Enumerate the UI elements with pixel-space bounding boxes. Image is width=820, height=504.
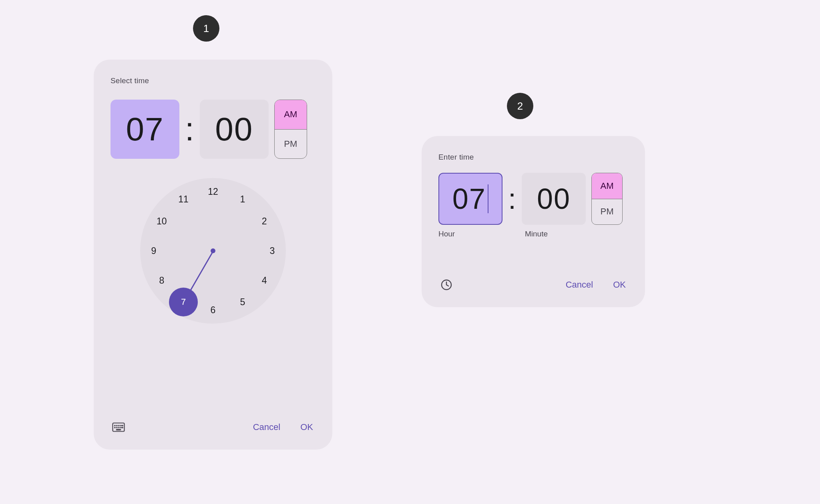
clock-icon <box>440 279 452 291</box>
time-picker-dial-dialog: Select time 07 : 00 AM PM 12123456891011… <box>94 60 332 450</box>
svg-point-5 <box>122 425 123 426</box>
clock-hour-9[interactable]: 9 <box>145 242 163 260</box>
ok-label: OK <box>613 280 626 290</box>
dialog-actions: Cancel OK <box>111 419 316 435</box>
cancel-button[interactable]: Cancel <box>563 277 595 292</box>
annotation-badge-2-label: 2 <box>517 100 523 112</box>
dialog-title: Select time <box>111 76 316 85</box>
clock-hour-10[interactable]: 10 <box>153 212 171 230</box>
svg-rect-11 <box>116 429 121 430</box>
hour-value: 07 <box>126 110 164 148</box>
svg-point-1 <box>115 425 116 426</box>
annotation-badge-1: 1 <box>193 15 219 42</box>
am-option[interactable]: AM <box>592 173 622 199</box>
clock-hour-1[interactable]: 1 <box>234 191 251 208</box>
clock-icon-button[interactable] <box>438 277 454 293</box>
ok-button[interactable]: OK <box>611 277 628 292</box>
cancel-button[interactable]: Cancel <box>251 420 283 435</box>
time-display-row: 07 : 00 AM PM <box>111 100 316 159</box>
annotation-badge-1-label: 1 <box>203 22 209 35</box>
hour-sublabel: Hour <box>438 230 508 238</box>
clock-selection-knob[interactable]: 7 <box>169 288 198 316</box>
minute-display[interactable]: 00 <box>200 100 269 159</box>
hour-display[interactable]: 07 <box>111 100 179 159</box>
svg-point-9 <box>121 427 122 428</box>
svg-point-6 <box>115 427 116 428</box>
time-colon: : <box>185 110 194 148</box>
minute-input-value: 00 <box>537 182 571 215</box>
time-input-row: 07 : 00 AM PM <box>438 173 628 225</box>
dialog-actions: Cancel OK <box>438 277 628 293</box>
ok-label: OK <box>300 422 313 432</box>
dialog-title: Enter time <box>438 153 628 162</box>
pm-label: PM <box>284 139 297 149</box>
ampm-toggle: AM PM <box>591 173 623 225</box>
hour-input[interactable]: 07 <box>438 173 502 225</box>
pm-option[interactable]: PM <box>275 129 307 159</box>
clock-hour-5[interactable]: 5 <box>234 293 251 311</box>
hour-input-value: 07 <box>452 182 486 215</box>
pm-label: PM <box>601 206 614 217</box>
clock-dial[interactable]: 121234568910117 <box>140 178 286 324</box>
svg-point-3 <box>119 425 120 426</box>
am-option[interactable]: AM <box>275 100 307 129</box>
minute-input[interactable]: 00 <box>522 173 586 225</box>
keyboard-icon <box>112 422 125 432</box>
clock-center-dot <box>211 248 215 253</box>
pm-option[interactable]: PM <box>592 199 622 225</box>
text-cursor <box>488 184 489 213</box>
minute-value: 00 <box>215 110 253 148</box>
clock-hour-8[interactable]: 8 <box>153 272 171 289</box>
clock-hour-3[interactable]: 3 <box>263 242 281 260</box>
ok-button[interactable]: OK <box>298 420 316 435</box>
am-label: AM <box>284 109 297 120</box>
time-colon: : <box>508 182 516 215</box>
clock-hour-2[interactable]: 2 <box>255 212 273 230</box>
keyboard-icon-button[interactable] <box>111 419 127 435</box>
annotation-badge-2: 2 <box>507 93 533 119</box>
svg-point-4 <box>121 425 122 426</box>
svg-point-7 <box>117 427 118 428</box>
svg-point-10 <box>122 427 123 428</box>
minute-sublabel: Minute <box>525 230 548 238</box>
clock-wrap: 121234568910117 <box>111 178 316 324</box>
clock-hour-4[interactable]: 4 <box>255 272 273 289</box>
cancel-label: Cancel <box>566 280 593 290</box>
ampm-toggle: AM PM <box>274 100 307 159</box>
svg-point-2 <box>117 425 118 426</box>
clock-hour-12[interactable]: 12 <box>204 183 222 200</box>
am-label: AM <box>601 181 614 191</box>
time-picker-input-dialog: Enter time 07 : 00 AM PM Hour Minute <box>422 136 645 307</box>
svg-point-8 <box>119 427 120 428</box>
clock-hour-6[interactable]: 6 <box>204 301 222 319</box>
input-sublabels: Hour Minute <box>438 230 628 238</box>
cancel-label: Cancel <box>253 422 280 432</box>
clock-hour-11[interactable]: 11 <box>175 191 192 208</box>
